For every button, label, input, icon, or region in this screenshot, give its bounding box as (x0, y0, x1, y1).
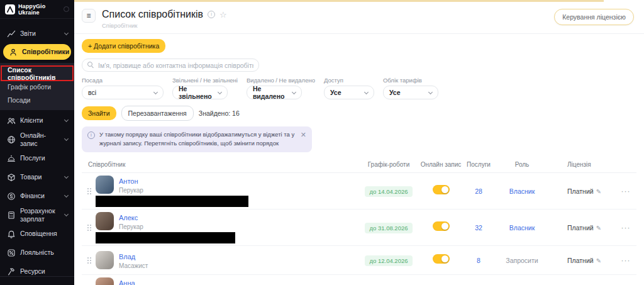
sidebar-nav: Звіти Співробітники Список співробітникі… (0, 19, 74, 276)
filters-row: Посада всі Звільнені / Не звільнені Не з… (82, 77, 636, 99)
schedule-badge: до 31.08.2026 (365, 223, 412, 233)
chevron-icon (64, 30, 69, 35)
row-menu-button[interactable]: ··· (621, 187, 631, 196)
employee-search (82, 59, 259, 72)
service-bell-icon (6, 154, 16, 163)
chevron-down-icon (428, 89, 433, 94)
sidebar-item-label: Послуги (20, 154, 68, 162)
page-subtitle: Співробітник (102, 22, 227, 29)
role-link[interactable]: Власник (509, 187, 535, 195)
sidebar-item-label: Звіти (20, 30, 60, 38)
sidebar-item-7[interactable]: Розрахунок зарплат (0, 206, 74, 223)
filter: Доступ Усе (324, 77, 374, 99)
online-booking-toggle[interactable] (433, 221, 450, 231)
filter-select[interactable]: всі (82, 86, 164, 99)
page-header: ≡ Список співробітників i ☆ Співробітник… (74, 0, 644, 34)
chevron-icon (64, 117, 69, 121)
globe-icon (6, 135, 16, 144)
sidebar-divider (0, 276, 74, 277)
filter-value: всі (88, 89, 96, 96)
column-header-4: Роль (494, 161, 550, 168)
chevron-down-icon (153, 89, 158, 94)
drag-handle-icon[interactable] (87, 224, 91, 231)
search-input[interactable] (98, 62, 253, 69)
employee-position: Перукар (119, 187, 143, 194)
row-menu-button[interactable]: ··· (621, 223, 631, 232)
filter-select[interactable]: Усе (324, 86, 374, 99)
submenu-item-2[interactable]: Посади (0, 93, 74, 106)
services-count-link[interactable]: 8 (477, 257, 480, 264)
submenu-item-0[interactable]: Список співробітників (0, 67, 74, 80)
filter-value: Не видалено (253, 85, 292, 100)
sidebar-item-3[interactable]: Онлайн-запис (0, 131, 74, 148)
info-banner: i У такому порядку ваші співробітники ві… (82, 126, 312, 152)
sidebar-item-9[interactable]: Лояльність (0, 244, 74, 261)
table-header: СпівробітникГрафік-роботиОнлайн записПос… (82, 157, 636, 173)
search-icon (87, 62, 94, 69)
banner-info-icon: i (87, 131, 95, 139)
banner-close-icon[interactable]: ✕ (301, 131, 306, 148)
collapse-menu-button[interactable]: ≡ (82, 9, 96, 23)
found-count: Знайдено: 16 (199, 109, 240, 117)
filter-value: Не звільнено (179, 85, 218, 100)
reload-button[interactable]: Перезавантаження (121, 106, 194, 121)
filter-label: Звільнені / Не звільнені (172, 77, 238, 84)
sidebar-item-2[interactable]: Клієнти (0, 112, 74, 129)
sidebar-item-label: Ресурси (20, 267, 68, 276)
schedule-badge: до 12.04.2026 (365, 255, 412, 266)
filter-select[interactable]: Не звільнено (172, 86, 228, 99)
chart-icon (6, 30, 16, 38)
toggle-knob (441, 223, 448, 230)
person-icon (8, 48, 18, 57)
filter-select[interactable]: Усе (383, 86, 438, 99)
sidebar-item-10[interactable]: Ресурси (0, 263, 74, 276)
edit-license-icon[interactable]: ✎ (596, 225, 601, 232)
brand-name: HappyGio Ukraine (18, 3, 60, 16)
title-block: Список співробітників i ☆ Співробітник (102, 9, 227, 29)
sidebar-item-8[interactable]: Сповіщення (0, 225, 74, 242)
sidebar-settings-icon[interactable] (64, 6, 69, 12)
edit-license-icon[interactable]: ✎ (596, 188, 601, 195)
row-menu-button[interactable]: ··· (621, 256, 631, 265)
info-icon[interactable]: i (208, 11, 215, 18)
sidebar-item-label: Фінанси (20, 192, 60, 200)
sidebar-item-1[interactable]: Співробітники (3, 44, 71, 60)
employee-table: Антон Перукар до 14.04.2026 28 Власник П… (82, 173, 636, 285)
services-count-link[interactable]: 32 (475, 224, 482, 232)
add-employee-button[interactable]: + Додати співробітника (82, 39, 165, 53)
role-link[interactable]: Власник (509, 224, 535, 232)
filter-label: Видалено / Не видалено (247, 77, 315, 84)
manage-license-button[interactable]: Керування ліцензією (554, 9, 634, 25)
employee-name-link[interactable]: Анна (119, 279, 135, 285)
online-booking-toggle[interactable] (433, 254, 450, 264)
favorite-star-icon[interactable]: ☆ (219, 11, 227, 19)
sidebar-item-4[interactable]: Послуги (0, 150, 74, 167)
online-booking-toggle[interactable] (433, 185, 450, 194)
filter: Облік тарифів Усе (383, 77, 438, 99)
services-count-link[interactable]: 28 (475, 187, 482, 195)
role-link[interactable]: Запросити (506, 257, 538, 264)
edit-license-icon[interactable]: ✎ (596, 257, 601, 264)
sidebar-item-0[interactable]: Звіти (0, 25, 74, 42)
filter-label: Доступ (324, 77, 374, 84)
submenu-item-1[interactable]: Графік роботи (0, 80, 74, 93)
top-progress-strip (74, 0, 604, 2)
drag-handle-icon[interactable] (87, 257, 91, 264)
drag-handle-icon[interactable] (87, 187, 91, 194)
toggle-knob (441, 255, 448, 262)
find-button[interactable]: Знайти (82, 106, 116, 120)
filter-select[interactable]: Не видалено (247, 86, 302, 99)
employee-name-link[interactable]: Антон (119, 177, 138, 185)
avatar (96, 176, 114, 194)
filter: Посада всі (82, 77, 164, 99)
coin-icon (6, 192, 16, 201)
sidebar-item-label: Сповіщення (20, 230, 68, 238)
employee-name-link[interactable]: Алекс (119, 214, 138, 221)
sidebar-item-6[interactable]: Фінанси (0, 187, 74, 204)
banner-text: У такому порядку ваші співробітники відо… (99, 130, 296, 148)
filter: Видалено / Не видалено Не видалено (247, 77, 315, 99)
employee-name-link[interactable]: Влад (119, 253, 135, 260)
license-label: Платний (567, 187, 594, 195)
toggle-knob (441, 186, 448, 193)
sidebar-item-5[interactable]: Товари (0, 169, 74, 186)
